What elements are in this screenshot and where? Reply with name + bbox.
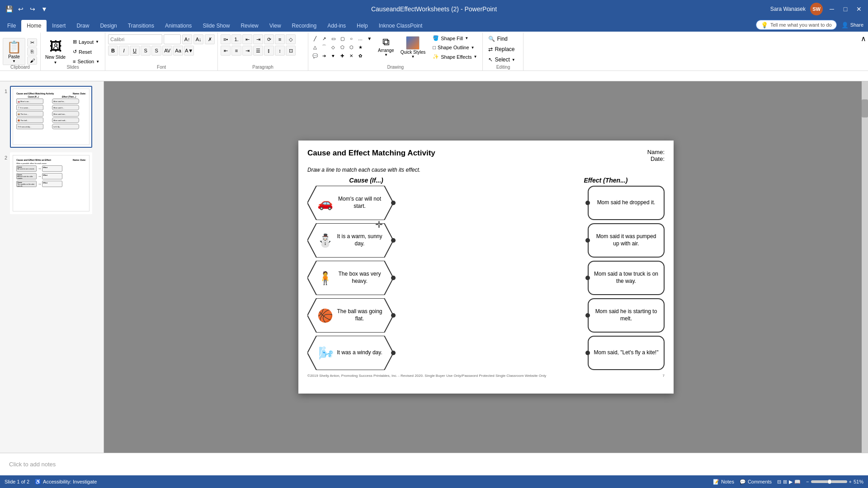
find-button[interactable]: 🔍 Find bbox=[486, 34, 520, 43]
tab-slideshow[interactable]: Slide Show bbox=[197, 20, 235, 32]
layout-dropdown[interactable]: ▼ bbox=[95, 40, 99, 44]
tab-view[interactable]: View bbox=[264, 20, 287, 32]
tab-classpoint[interactable]: Inknoe ClassPoint bbox=[373, 20, 428, 32]
quick-styles-button[interactable]: Quick Styles ▼ bbox=[399, 34, 428, 61]
shape-tri1[interactable]: △ bbox=[311, 43, 319, 51]
shape-cross[interactable]: ✕ bbox=[347, 52, 355, 60]
shape-plus[interactable]: ✚ bbox=[338, 52, 346, 60]
shape-callout[interactable]: 💬 bbox=[311, 52, 319, 60]
clear-format-button[interactable]: ✗ bbox=[205, 34, 215, 44]
copy-button[interactable]: ⎘ bbox=[27, 47, 37, 56]
numbering-button[interactable]: 1. bbox=[231, 34, 241, 44]
tab-draw[interactable]: Draw bbox=[71, 20, 94, 32]
shape-fill-button[interactable]: 🪣 Shape Fill ▼ bbox=[430, 34, 480, 42]
dec-indent-button[interactable]: ⇤ bbox=[242, 34, 252, 44]
outline-view-button[interactable]: ⊞ bbox=[783, 479, 787, 485]
cut-button[interactable]: ✂ bbox=[27, 38, 37, 47]
v-scrollbar-thumb[interactable] bbox=[862, 99, 868, 117]
arrange-button[interactable]: ⧉ Arrange ▼ bbox=[376, 34, 396, 59]
font-color-button[interactable]: A▼ bbox=[184, 46, 194, 56]
inc-indent-button[interactable]: ⇥ bbox=[253, 34, 263, 44]
redo-icon[interactable]: ↪ bbox=[28, 5, 37, 14]
format-painter-button[interactable]: 🖌 bbox=[27, 56, 37, 65]
shape-arrow[interactable]: ↗ bbox=[320, 34, 328, 42]
font-size-input[interactable] bbox=[164, 34, 181, 44]
text-direction-button[interactable]: ⟳ bbox=[264, 34, 274, 44]
more-icon[interactable]: ▼ bbox=[40, 5, 49, 14]
new-slide-button[interactable]: 🖼 New Slide ▼ bbox=[43, 37, 67, 66]
shape-arrow2[interactable]: ➔ bbox=[320, 52, 328, 60]
columns-button[interactable]: ⫿ bbox=[264, 46, 274, 56]
zoom-slider[interactable] bbox=[811, 480, 847, 483]
replace-button[interactable]: ⇄ Replace bbox=[486, 45, 520, 54]
shape-outline-dropdown[interactable]: ▼ bbox=[471, 46, 475, 50]
bullets-button[interactable]: ≡• bbox=[221, 34, 231, 44]
zoom-thumb[interactable] bbox=[827, 479, 832, 484]
tab-design[interactable]: Design bbox=[94, 20, 122, 32]
shape-effects-button[interactable]: ✨ Shape Effects ▼ bbox=[430, 53, 480, 61]
section-dropdown[interactable]: ▼ bbox=[96, 60, 99, 64]
font-increase-button[interactable]: A↑ bbox=[182, 34, 192, 44]
italic-button[interactable]: I bbox=[119, 46, 129, 56]
accessibility-icon[interactable]: ♿ Accessibility: Investigate bbox=[35, 479, 97, 485]
paste-dropdown[interactable]: ▼ bbox=[12, 59, 16, 63]
tab-review[interactable]: Review bbox=[235, 20, 264, 32]
slideshow-view-button[interactable]: ▶ bbox=[789, 479, 793, 485]
notes-bar[interactable]: Click to add notes bbox=[0, 453, 868, 475]
shape-hex[interactable]: ⬡ bbox=[347, 43, 355, 51]
shape-circle[interactable]: ○ bbox=[347, 34, 355, 42]
tellme-bar[interactable]: 💡 Tell me what you want to do bbox=[756, 20, 837, 30]
tab-transitions[interactable]: Transitions bbox=[123, 20, 160, 32]
shape-diamond[interactable]: ◇ bbox=[329, 43, 337, 51]
reading-view-button[interactable]: 📖 bbox=[794, 479, 801, 485]
new-slide-dropdown[interactable]: ▼ bbox=[54, 61, 57, 65]
strikethrough-button[interactable]: S bbox=[141, 46, 151, 56]
comments-button[interactable]: 💬 Comments bbox=[740, 479, 772, 485]
align-text-button[interactable]: ≡ bbox=[275, 34, 285, 44]
align-right-button[interactable]: ⇥ bbox=[242, 46, 252, 56]
shape-outline-button[interactable]: □ Shape Outline ▼ bbox=[430, 44, 480, 51]
normal-view-button[interactable]: ⊟ bbox=[777, 479, 781, 485]
minimize-button[interactable]: ─ bbox=[827, 5, 836, 14]
layout-button[interactable]: ⊞ Layout ▼ bbox=[70, 38, 102, 46]
shape-line[interactable]: ╱ bbox=[311, 34, 319, 42]
tab-recording[interactable]: Recording bbox=[287, 20, 322, 32]
shape-curve[interactable]: ⌒ bbox=[320, 43, 328, 51]
arrange-dropdown[interactable]: ▼ bbox=[384, 53, 388, 57]
tab-home[interactable]: Home bbox=[21, 20, 47, 32]
underline-button[interactable]: U bbox=[130, 46, 140, 56]
justify-button[interactable]: ☰ bbox=[253, 46, 263, 56]
shape-fill-dropdown[interactable]: ▼ bbox=[465, 36, 468, 40]
line-spacing-button[interactable]: ↕ bbox=[275, 46, 285, 56]
shapes-expand[interactable]: ▼ bbox=[365, 34, 373, 42]
shape-round[interactable]: ▢ bbox=[338, 34, 346, 42]
shadow-button[interactable]: S bbox=[151, 46, 161, 56]
bold-button[interactable]: B bbox=[108, 46, 118, 56]
font-family-input[interactable] bbox=[108, 34, 162, 44]
shape-star[interactable]: ★ bbox=[356, 43, 364, 51]
char-spacing-button[interactable]: AV bbox=[162, 46, 172, 56]
para-dialog-button[interactable]: ⊡ bbox=[286, 46, 296, 56]
shape-pent[interactable]: ⬠ bbox=[338, 43, 346, 51]
align-center-button[interactable]: ≡ bbox=[231, 46, 241, 56]
v-scrollbar[interactable] bbox=[862, 81, 868, 453]
paste-button[interactable]: 📋 Paste ▼ bbox=[3, 38, 25, 65]
notes-button[interactable]: 📝 Notes bbox=[713, 479, 734, 485]
avatar[interactable]: SW bbox=[810, 3, 823, 15]
font-decrease-button[interactable]: A↓ bbox=[193, 34, 203, 44]
slide-2-thumbnail[interactable]: Cause and Effect Write an Effect Name: D… bbox=[10, 152, 92, 214]
shape-flower[interactable]: ✿ bbox=[356, 52, 364, 60]
select-button[interactable]: ↖ Select ▼ bbox=[486, 55, 520, 64]
change-case-button[interactable]: Aa bbox=[173, 46, 183, 56]
undo-icon[interactable]: ↩ bbox=[16, 5, 25, 14]
smartart-button[interactable]: ◇ bbox=[286, 34, 296, 44]
tab-addins[interactable]: Add-ins bbox=[322, 20, 351, 32]
collapse-ribbon-button[interactable]: ∧ bbox=[859, 33, 868, 70]
align-left-button[interactable]: ⇤ bbox=[221, 46, 231, 56]
tab-help[interactable]: Help bbox=[351, 20, 373, 32]
select-dropdown[interactable]: ▼ bbox=[512, 58, 515, 62]
share-area[interactable]: 👤 Share bbox=[841, 20, 863, 30]
maximize-button[interactable]: □ bbox=[841, 5, 850, 14]
tab-file[interactable]: File bbox=[2, 20, 21, 32]
slide-1-thumbnail[interactable]: Cause and Effect Matching Activity Name:… bbox=[10, 86, 92, 148]
